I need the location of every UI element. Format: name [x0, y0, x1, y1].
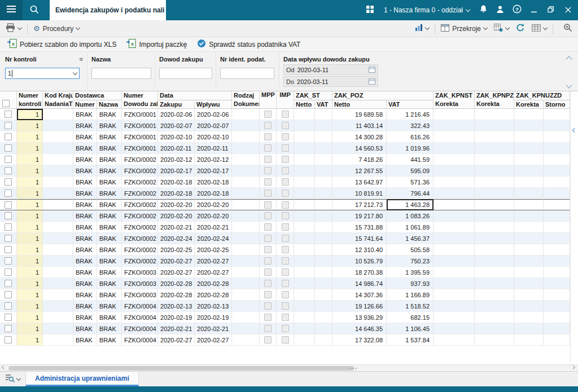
cell-mpp[interactable]	[260, 244, 277, 256]
cell-kpnpz-korekta[interactable]	[475, 143, 514, 154]
cell-kpnuzzd-korekta[interactable]	[514, 244, 544, 256]
cell-kpnuzzd-storno[interactable]	[544, 267, 570, 278]
download-xls-template-button[interactable]: X Pobierz szablon do importu XLS	[2, 38, 121, 51]
cell-kod-kraju[interactable]	[43, 131, 73, 143]
table-row[interactable]: 1 BRAK BRAK FZKO/0001 2020-02-07 2020-02…	[0, 120, 570, 131]
mpp-checkbox[interactable]	[264, 257, 272, 265]
expand-right-panel-button[interactable]	[573, 124, 576, 134]
cell-kpnuzzd-storno[interactable]	[544, 244, 570, 256]
subcol-zakst-netto[interactable]: Netto	[294, 100, 315, 109]
cell-zakpoz-netto[interactable]: 17 322.08	[332, 334, 387, 346]
cell-kpnst-korekta[interactable]	[434, 278, 475, 289]
cell-numer-kontroli[interactable]: 1	[17, 120, 43, 131]
cell-zakst-netto[interactable]	[294, 267, 315, 278]
cell-zakpoz-vat[interactable]: 1 106.45	[387, 323, 434, 334]
cell-dostawca-nazwa[interactable]: BRAK	[97, 210, 122, 222]
cell-rodzaj-dokumentu[interactable]	[232, 301, 260, 312]
cell-mpp[interactable]	[260, 334, 277, 346]
cell-imp[interactable]	[277, 188, 294, 199]
cell-kpnuzzd-korekta[interactable]	[514, 289, 544, 301]
cell-data-zakupu[interactable]: 2020-02-28	[158, 278, 195, 289]
mpp-checkbox[interactable]	[264, 156, 272, 163]
select-all-checkbox[interactable]	[2, 100, 10, 107]
cell-numer-dowodu[interactable]: FZKO/0004	[122, 334, 158, 346]
cell-numer-dowodu[interactable]: FZKO/0004	[122, 323, 158, 334]
cell-kpnuzzd-korekta[interactable]	[514, 154, 544, 165]
cell-rodzaj-dokumentu[interactable]	[232, 199, 260, 210]
table-row[interactable]: 1 BRAK BRAK FZKO/0004 2020-02-27 2020-02…	[0, 334, 570, 346]
row-checkbox[interactable]	[5, 212, 12, 219]
cell-dostawca-numer[interactable]: BRAK	[73, 131, 97, 143]
cell-numer-kontroli[interactable]: 1	[17, 165, 43, 177]
cell-data-zakupu[interactable]: 2020-02-13	[158, 301, 195, 312]
mpp-checkbox[interactable]	[264, 178, 272, 186]
cell-rodzaj-dokumentu[interactable]	[232, 323, 260, 334]
cell-dostawca-numer[interactable]: BRAK	[73, 312, 97, 323]
cell-zakst-netto[interactable]	[294, 233, 315, 244]
cell-rodzaj-dokumentu[interactable]	[232, 278, 260, 289]
subcol-zakst-vat[interactable]: VAT	[315, 100, 332, 109]
imp-checkbox[interactable]	[282, 235, 289, 242]
row-checkbox[interactable]	[5, 280, 12, 287]
row-checkbox[interactable]	[5, 268, 12, 276]
cell-numer-kontroli[interactable]: 1	[17, 143, 43, 154]
cell-dostawca-numer[interactable]: BRAK	[73, 267, 97, 278]
cell-zakpoz-vat[interactable]: 1 216.45	[387, 109, 434, 120]
cell-kpnst-korekta[interactable]	[434, 188, 475, 199]
cell-zakpoz-netto[interactable]: 19 689.58	[332, 109, 387, 120]
cell-kpnuzzd-storno[interactable]	[544, 278, 570, 289]
cell-zakpoz-netto[interactable]: 12 267.55	[332, 165, 387, 177]
cell-data-wplywu[interactable]: 2020-02-20	[195, 199, 232, 210]
cell-zakpoz-netto[interactable]: 7 418.26	[332, 154, 387, 165]
cell-zakst-netto[interactable]	[294, 165, 315, 177]
cell-kpnuzzd-korekta[interactable]	[514, 301, 544, 312]
imp-checkbox[interactable]	[282, 223, 289, 231]
cell-zakst-netto[interactable]	[294, 301, 315, 312]
cell-kpnuzzd-storno[interactable]	[544, 177, 570, 188]
cell-kpnuzzd-korekta[interactable]	[514, 109, 544, 120]
mpp-checkbox[interactable]	[264, 190, 272, 197]
header-select-all[interactable]	[0, 91, 17, 109]
cell-zakst-netto[interactable]	[294, 120, 315, 131]
cell-rodzaj-dokumentu[interactable]	[232, 244, 260, 256]
table-row[interactable]: 1 BRAK BRAK FZKO/0004 2020-02-13 2020-02…	[0, 301, 570, 312]
cell-kpnst-korekta[interactable]	[434, 109, 475, 120]
row-select-cell[interactable]	[0, 233, 17, 244]
cell-dostawca-nazwa[interactable]: BRAK	[97, 165, 122, 177]
cell-kod-kraju[interactable]	[43, 109, 73, 120]
cell-numer-kontroli[interactable]: 1	[17, 131, 43, 143]
import-package-button[interactable]: X Importuj paczkę	[121, 38, 192, 51]
global-search-button[interactable]	[23, 0, 45, 20]
cell-kpnuzzd-storno[interactable]	[544, 233, 570, 244]
mpp-checkbox[interactable]	[264, 223, 272, 231]
imp-checkbox[interactable]	[282, 212, 289, 219]
cell-numer-dowodu[interactable]: FZKO/0002	[122, 222, 158, 233]
cell-data-wplywu[interactable]: 2020-02-11	[195, 143, 232, 154]
minimize-button[interactable]	[526, 0, 542, 20]
cell-zakst-vat[interactable]	[315, 312, 332, 323]
cell-rodzaj-dokumentu[interactable]	[232, 267, 260, 278]
cell-zakpoz-vat[interactable]: 1 456.37	[387, 233, 434, 244]
cell-zakst-netto[interactable]	[294, 177, 315, 188]
cell-data-zakupu[interactable]: 2020-02-20	[158, 199, 195, 210]
cell-kpnuzzd-korekta[interactable]	[514, 131, 544, 143]
cell-mpp[interactable]	[260, 256, 277, 267]
cell-numer-kontroli[interactable]: 1	[17, 222, 43, 233]
cell-zakst-netto[interactable]	[294, 131, 315, 143]
cell-data-wplywu[interactable]: 2020-02-21	[195, 222, 232, 233]
row-checkbox[interactable]	[5, 291, 12, 298]
cell-data-zakupu[interactable]: 2020-02-17	[158, 165, 195, 177]
cell-kpnpz-korekta[interactable]	[475, 188, 514, 199]
cell-zakpoz-vat[interactable]: 441.59	[387, 154, 434, 165]
table-row[interactable]: 1 BRAK BRAK FZKO/0002 2020-02-18 2020-02…	[0, 188, 570, 199]
cell-numer-kontroli[interactable]: 1	[17, 154, 43, 165]
cell-zakpoz-netto[interactable]: 13 642.97	[332, 177, 387, 188]
cell-kpnuzzd-storno[interactable]	[544, 222, 570, 233]
cell-dostawca-numer[interactable]: BRAK	[73, 109, 97, 120]
cell-kpnst-korekta[interactable]	[434, 289, 475, 301]
cell-kod-kraju[interactable]	[43, 323, 73, 334]
table-row[interactable]: 1 BRAK BRAK FZKO/0003 2020-02-27 2020-02…	[0, 267, 570, 278]
cell-dostawca-numer[interactable]: BRAK	[73, 233, 97, 244]
cell-mpp[interactable]	[260, 233, 277, 244]
cell-kpnst-korekta[interactable]	[434, 177, 475, 188]
